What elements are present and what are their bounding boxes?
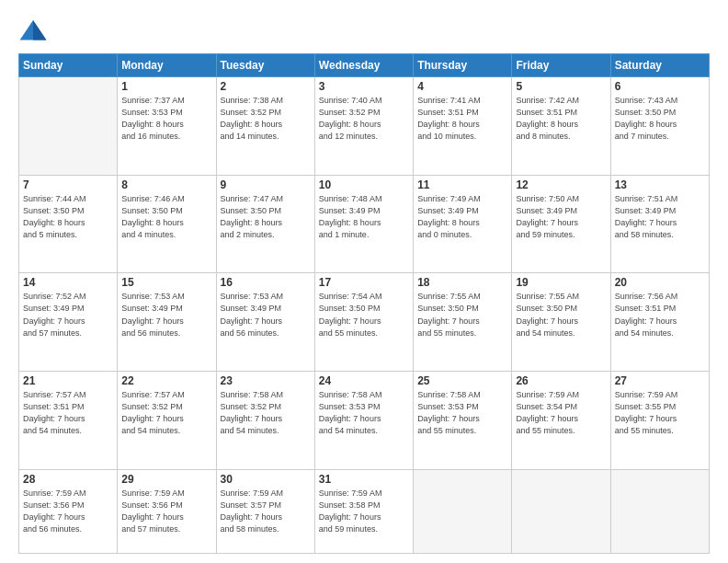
- day-number: 8: [121, 178, 211, 191]
- calendar-cell: 22Sunrise: 7:57 AMSunset: 3:52 PMDayligh…: [118, 372, 216, 470]
- day-number: 20: [615, 276, 705, 289]
- day-number: 28: [23, 473, 113, 486]
- calendar-cell: 19Sunrise: 7:55 AMSunset: 3:50 PMDayligh…: [512, 273, 610, 372]
- calendar-cell: 29Sunrise: 7:59 AMSunset: 3:56 PMDayligh…: [118, 469, 216, 553]
- calendar-cell: [414, 469, 512, 553]
- week-row: 7Sunrise: 7:44 AMSunset: 3:50 PMDaylight…: [19, 175, 710, 273]
- calendar-cell: [19, 77, 118, 176]
- day-number: 27: [615, 374, 705, 387]
- day-number: 18: [417, 276, 507, 289]
- day-info: Sunrise: 7:40 AMSunset: 3:52 PMDaylight:…: [319, 95, 409, 143]
- day-number: 5: [516, 80, 606, 93]
- day-number: 14: [23, 276, 113, 289]
- day-info: Sunrise: 7:38 AMSunset: 3:52 PMDaylight:…: [221, 95, 311, 143]
- header: [18, 17, 710, 46]
- day-info: Sunrise: 7:51 AMSunset: 3:49 PMDaylight:…: [615, 193, 705, 241]
- day-info: Sunrise: 7:59 AMSunset: 3:54 PMDaylight:…: [516, 389, 606, 437]
- weekday-header-row: SundayMondayTuesdayWednesdayThursdayFrid…: [19, 54, 710, 77]
- week-row: 14Sunrise: 7:52 AMSunset: 3:49 PMDayligh…: [19, 273, 710, 372]
- day-number: 22: [121, 374, 211, 387]
- calendar-cell: 28Sunrise: 7:59 AMSunset: 3:56 PMDayligh…: [19, 469, 118, 553]
- day-info: Sunrise: 7:43 AMSunset: 3:50 PMDaylight:…: [615, 95, 705, 143]
- calendar-cell: 31Sunrise: 7:59 AMSunset: 3:58 PMDayligh…: [314, 469, 413, 553]
- day-info: Sunrise: 7:59 AMSunset: 3:55 PMDaylight:…: [615, 389, 705, 437]
- day-number: 1: [121, 80, 211, 93]
- day-info: Sunrise: 7:59 AMSunset: 3:56 PMDaylight:…: [121, 488, 211, 535]
- calendar-cell: 15Sunrise: 7:53 AMSunset: 3:49 PMDayligh…: [118, 273, 216, 372]
- calendar-cell: 23Sunrise: 7:58 AMSunset: 3:52 PMDayligh…: [216, 372, 314, 470]
- day-info: Sunrise: 7:59 AMSunset: 3:58 PMDaylight:…: [319, 488, 409, 535]
- logo-icon: [18, 17, 48, 46]
- calendar-cell: 17Sunrise: 7:54 AMSunset: 3:50 PMDayligh…: [314, 273, 413, 372]
- logo: [18, 17, 51, 46]
- day-number: 24: [319, 374, 409, 387]
- day-info: Sunrise: 7:46 AMSunset: 3:50 PMDaylight:…: [121, 193, 211, 241]
- calendar-cell: 6Sunrise: 7:43 AMSunset: 3:50 PMDaylight…: [610, 77, 709, 176]
- day-info: Sunrise: 7:56 AMSunset: 3:51 PMDaylight:…: [615, 291, 705, 339]
- day-info: Sunrise: 7:58 AMSunset: 3:53 PMDaylight:…: [417, 389, 507, 437]
- calendar-cell: 11Sunrise: 7:49 AMSunset: 3:49 PMDayligh…: [414, 175, 512, 273]
- calendar-cell: 30Sunrise: 7:59 AMSunset: 3:57 PMDayligh…: [216, 469, 314, 553]
- svg-marker-1: [33, 20, 46, 40]
- day-number: 9: [221, 178, 311, 191]
- calendar: SundayMondayTuesdayWednesdayThursdayFrid…: [18, 53, 710, 554]
- calendar-cell: 8Sunrise: 7:46 AMSunset: 3:50 PMDaylight…: [118, 175, 216, 273]
- calendar-cell: 1Sunrise: 7:37 AMSunset: 3:53 PMDaylight…: [118, 77, 216, 176]
- weekday-header: Tuesday: [216, 54, 314, 77]
- calendar-cell: 5Sunrise: 7:42 AMSunset: 3:51 PMDaylight…: [512, 77, 610, 176]
- day-number: 12: [516, 178, 606, 191]
- day-number: 3: [319, 80, 409, 93]
- weekday-header: Thursday: [414, 54, 512, 77]
- day-number: 23: [221, 374, 311, 387]
- calendar-cell: 26Sunrise: 7:59 AMSunset: 3:54 PMDayligh…: [512, 372, 610, 470]
- day-number: 10: [319, 178, 409, 191]
- calendar-cell: 2Sunrise: 7:38 AMSunset: 3:52 PMDaylight…: [216, 77, 314, 176]
- day-info: Sunrise: 7:42 AMSunset: 3:51 PMDaylight:…: [516, 95, 606, 143]
- day-number: 2: [221, 80, 311, 93]
- weekday-header: Wednesday: [314, 54, 413, 77]
- calendar-cell: 25Sunrise: 7:58 AMSunset: 3:53 PMDayligh…: [414, 372, 512, 470]
- weekday-header: Sunday: [19, 54, 118, 77]
- calendar-cell: 12Sunrise: 7:50 AMSunset: 3:49 PMDayligh…: [512, 175, 610, 273]
- calendar-cell: 9Sunrise: 7:47 AMSunset: 3:50 PMDaylight…: [216, 175, 314, 273]
- day-number: 31: [319, 473, 409, 486]
- day-number: 11: [417, 178, 507, 191]
- calendar-cell: 24Sunrise: 7:58 AMSunset: 3:53 PMDayligh…: [314, 372, 413, 470]
- day-info: Sunrise: 7:37 AMSunset: 3:53 PMDaylight:…: [121, 95, 211, 143]
- calendar-cell: 27Sunrise: 7:59 AMSunset: 3:55 PMDayligh…: [610, 372, 709, 470]
- day-info: Sunrise: 7:41 AMSunset: 3:51 PMDaylight:…: [417, 95, 507, 143]
- calendar-cell: 16Sunrise: 7:53 AMSunset: 3:49 PMDayligh…: [216, 273, 314, 372]
- week-row: 1Sunrise: 7:37 AMSunset: 3:53 PMDaylight…: [19, 77, 710, 176]
- day-number: 19: [516, 276, 606, 289]
- day-number: 16: [221, 276, 311, 289]
- calendar-cell: 3Sunrise: 7:40 AMSunset: 3:52 PMDaylight…: [314, 77, 413, 176]
- day-info: Sunrise: 7:49 AMSunset: 3:49 PMDaylight:…: [417, 193, 507, 241]
- calendar-cell: 4Sunrise: 7:41 AMSunset: 3:51 PMDaylight…: [414, 77, 512, 176]
- day-info: Sunrise: 7:48 AMSunset: 3:49 PMDaylight:…: [319, 193, 409, 241]
- calendar-cell: [512, 469, 610, 553]
- day-info: Sunrise: 7:47 AMSunset: 3:50 PMDaylight:…: [221, 193, 311, 241]
- day-number: 6: [615, 80, 705, 93]
- day-info: Sunrise: 7:54 AMSunset: 3:50 PMDaylight:…: [319, 291, 409, 339]
- day-info: Sunrise: 7:58 AMSunset: 3:53 PMDaylight:…: [319, 389, 409, 437]
- day-info: Sunrise: 7:57 AMSunset: 3:51 PMDaylight:…: [23, 389, 113, 437]
- day-number: 7: [23, 178, 113, 191]
- day-info: Sunrise: 7:50 AMSunset: 3:49 PMDaylight:…: [516, 193, 606, 241]
- day-number: 15: [121, 276, 211, 289]
- day-number: 21: [23, 374, 113, 387]
- day-info: Sunrise: 7:57 AMSunset: 3:52 PMDaylight:…: [121, 389, 211, 437]
- calendar-cell: 7Sunrise: 7:44 AMSunset: 3:50 PMDaylight…: [19, 175, 118, 273]
- weekday-header: Monday: [118, 54, 216, 77]
- page: SundayMondayTuesdayWednesdayThursdayFrid…: [0, 0, 728, 563]
- day-number: 13: [615, 178, 705, 191]
- day-info: Sunrise: 7:55 AMSunset: 3:50 PMDaylight:…: [516, 291, 606, 339]
- week-row: 28Sunrise: 7:59 AMSunset: 3:56 PMDayligh…: [19, 469, 710, 553]
- day-info: Sunrise: 7:58 AMSunset: 3:52 PMDaylight:…: [221, 389, 311, 437]
- day-number: 29: [121, 473, 211, 486]
- day-info: Sunrise: 7:53 AMSunset: 3:49 PMDaylight:…: [121, 291, 211, 339]
- week-row: 21Sunrise: 7:57 AMSunset: 3:51 PMDayligh…: [19, 372, 710, 470]
- day-info: Sunrise: 7:44 AMSunset: 3:50 PMDaylight:…: [23, 193, 113, 241]
- day-info: Sunrise: 7:59 AMSunset: 3:57 PMDaylight:…: [221, 488, 311, 535]
- day-number: 26: [516, 374, 606, 387]
- calendar-cell: 21Sunrise: 7:57 AMSunset: 3:51 PMDayligh…: [19, 372, 118, 470]
